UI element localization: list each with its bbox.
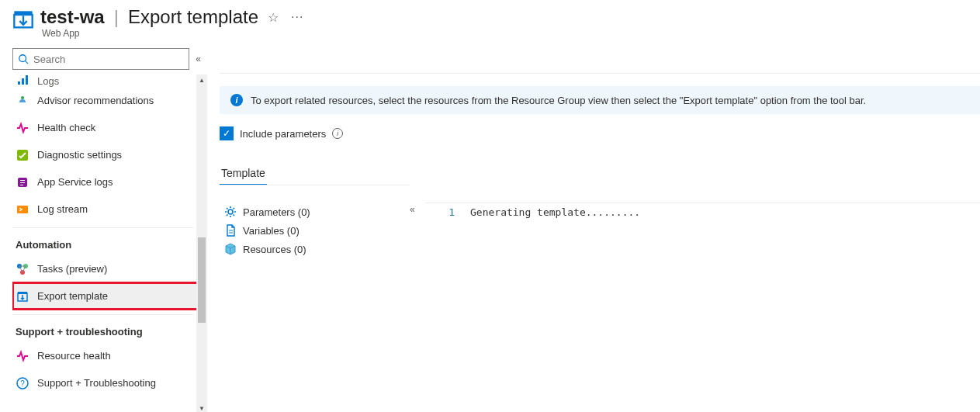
tree-item-variables[interactable]: Variables (0) xyxy=(224,221,410,240)
search-icon xyxy=(18,54,29,64)
sidebar-item-label: Export template xyxy=(37,290,108,302)
tree-item-label: Resources (0) xyxy=(243,244,306,255)
log-stream-icon xyxy=(16,203,29,216)
sidebar-item-label: Health check xyxy=(37,122,95,133)
advisor-icon xyxy=(16,94,29,108)
cube-icon xyxy=(224,243,237,255)
sidebar-item-health-check[interactable]: Health check xyxy=(12,114,199,141)
sidebar-item-label: App Service logs xyxy=(37,176,113,188)
include-parameters-checkbox[interactable]: ✓ xyxy=(220,126,234,140)
sidebar-item-label: Resource health xyxy=(37,350,111,362)
page-title: Export template xyxy=(128,6,258,28)
svg-point-24 xyxy=(228,209,233,214)
sidebar-item-label: Support + Troubleshooting xyxy=(37,377,156,389)
svg-rect-21 xyxy=(18,292,27,294)
export-template-icon xyxy=(16,289,29,303)
tree-item-parameters[interactable]: Parameters (0) xyxy=(224,203,410,221)
resource-health-icon xyxy=(16,349,29,363)
sidebar-item-log-stream[interactable]: Log stream xyxy=(12,196,199,223)
line-number: 1 xyxy=(425,206,455,218)
sidebar-item-label: Advisor recommendations xyxy=(37,95,154,106)
template-tree: Parameters (0) Variables (0) Resources (… xyxy=(220,203,410,258)
sidebar-item-tasks-preview[interactable]: Tasks (preview) xyxy=(12,255,199,282)
sidebar-scrollbar[interactable]: ▲ ▼ xyxy=(196,74,207,412)
app-service-logs-icon xyxy=(16,175,29,189)
svg-line-32 xyxy=(234,208,235,209)
sidebar-item-export-template[interactable]: Export template xyxy=(12,282,199,310)
svg-rect-6 xyxy=(26,75,28,85)
info-icon: i xyxy=(230,94,243,106)
sidebar-item-label: Tasks (preview) xyxy=(37,263,107,275)
sidebar-item-logs[interactable]: Logs xyxy=(12,74,199,87)
scroll-thumb[interactable] xyxy=(198,237,206,323)
sidebar-item-label: Log stream xyxy=(37,203,88,215)
favorite-star-icon[interactable]: ☆ xyxy=(265,7,282,28)
tree-item-label: Parameters (0) xyxy=(243,206,310,218)
diagnostic-settings-icon xyxy=(16,148,29,162)
sidebar-item-diagnostic-settings[interactable]: Diagnostic settings xyxy=(12,141,199,168)
svg-text:?: ? xyxy=(20,379,25,388)
svg-rect-11 xyxy=(20,182,25,183)
info-banner: i To export related resources, select th… xyxy=(220,86,980,114)
logs-icon xyxy=(16,74,29,87)
info-banner-text: To export related resources, select the … xyxy=(251,95,866,106)
svg-rect-12 xyxy=(20,185,23,185)
svg-rect-10 xyxy=(20,180,25,181)
tree-item-label: Variables (0) xyxy=(243,225,300,237)
sidebar-item-label: Diagnostic settings xyxy=(37,149,122,161)
collapse-sidebar-icon[interactable]: « xyxy=(196,54,201,64)
sidebar-search[interactable] xyxy=(12,48,189,70)
sidebar-item-advisor-recommendations[interactable]: Advisor recommendations xyxy=(12,87,199,114)
tabs-underline xyxy=(220,185,410,185)
svg-rect-4 xyxy=(18,81,20,85)
svg-rect-1 xyxy=(14,11,32,15)
support-icon: ? xyxy=(16,376,29,390)
nav-group-support: Support + troubleshooting xyxy=(12,315,199,342)
svg-line-30 xyxy=(234,215,235,216)
resource-type-label: Web App xyxy=(42,28,306,39)
editor-gutter: 1 xyxy=(425,203,464,258)
collapse-tree-icon[interactable]: « xyxy=(410,203,425,258)
webapp-icon xyxy=(12,9,34,31)
resource-name: test-wa xyxy=(40,6,105,28)
nav-group-automation: Automation xyxy=(12,228,199,255)
sidebar-item-support-troubleshooting[interactable]: ? Support + Troubleshooting xyxy=(12,369,199,396)
sidebar: « Logs Advisor recommendations xyxy=(0,48,207,412)
more-actions-icon[interactable]: ··· xyxy=(288,7,306,27)
gear-icon xyxy=(224,206,237,218)
include-parameters-info-icon[interactable]: i xyxy=(332,128,343,139)
include-parameters-label: Include parameters xyxy=(240,128,326,140)
editor-line: Generating template......... xyxy=(470,206,640,218)
scroll-down-icon[interactable]: ▼ xyxy=(196,403,207,412)
template-editor[interactable]: 1 Generating template......... xyxy=(425,203,980,258)
sidebar-item-resource-health[interactable]: Resource health xyxy=(12,342,199,369)
sidebar-item-app-service-logs[interactable]: App Service logs xyxy=(12,168,199,196)
svg-line-31 xyxy=(227,215,228,216)
svg-point-7 xyxy=(21,96,24,99)
svg-point-2 xyxy=(19,55,26,62)
tasks-icon xyxy=(16,262,29,276)
scroll-up-icon[interactable]: ▲ xyxy=(196,74,207,85)
main-content: i To export related resources, select th… xyxy=(207,48,980,412)
svg-line-3 xyxy=(26,61,29,64)
page-header: test-wa | Export template ☆ ··· Web App xyxy=(0,0,980,48)
title-separator: | xyxy=(114,6,119,28)
document-icon xyxy=(224,224,237,237)
toolbar-divider xyxy=(220,73,980,74)
svg-rect-5 xyxy=(22,78,24,85)
sidebar-item-label: Logs xyxy=(37,75,59,87)
search-input[interactable] xyxy=(33,54,184,65)
tree-item-resources[interactable]: Resources (0) xyxy=(224,240,410,258)
tab-template[interactable]: Template xyxy=(220,162,267,185)
svg-line-29 xyxy=(227,208,228,209)
editor-code: Generating template......... xyxy=(464,203,640,258)
health-check-icon xyxy=(16,121,29,135)
